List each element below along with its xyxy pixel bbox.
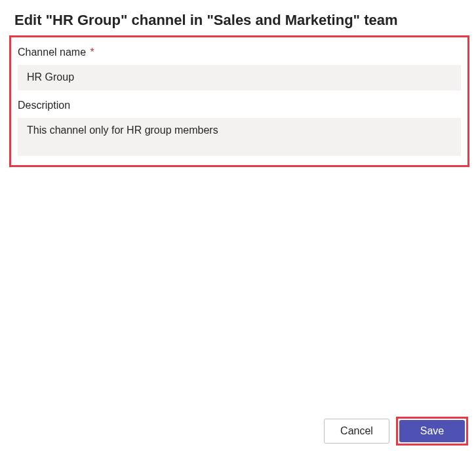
save-button[interactable]: Save — [399, 420, 465, 442]
description-label: Description — [18, 100, 461, 111]
channel-name-label: Channel name * — [18, 47, 461, 58]
channel-name-label-text: Channel name — [18, 47, 86, 58]
required-asterisk: * — [90, 47, 94, 58]
description-group: Description — [18, 100, 461, 159]
dialog-title: Edit "HR Group" channel in "Sales and Ma… — [0, 0, 476, 35]
channel-name-input[interactable] — [18, 65, 461, 90]
save-button-highlight: Save — [396, 417, 468, 446]
channel-name-group: Channel name * — [18, 47, 461, 90]
edit-channel-form: Channel name * Description — [9, 35, 469, 167]
dialog-actions: Cancel Save — [324, 417, 468, 446]
cancel-button[interactable]: Cancel — [324, 419, 389, 444]
description-input[interactable] — [18, 118, 461, 156]
